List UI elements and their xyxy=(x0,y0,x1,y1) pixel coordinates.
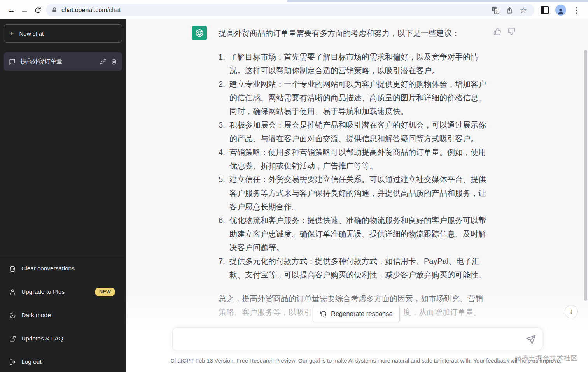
menu-item-label: Clear conversations xyxy=(21,265,75,272)
conversation-title: 提高外贸订单量 xyxy=(20,58,95,66)
sidebar: + New chat 提高外贸订单量 xyxy=(0,19,126,372)
main-scrollbar-thumb[interactable] xyxy=(584,50,587,301)
message-list: 了解目标市场：首先需要了解目标市场的需求和偏好，以及竞争对手的情况。这样可以帮助… xyxy=(219,50,488,282)
regenerate-response-button[interactable]: Regenerate response xyxy=(313,305,400,322)
send-icon[interactable] xyxy=(526,335,536,345)
url-text: chat.openai.com/chat xyxy=(61,7,121,14)
conversation-item[interactable]: 提高外贸订单量 xyxy=(4,52,122,71)
reload-icon[interactable] xyxy=(31,4,44,17)
browser-chrome: ← → chat.openai.com/chat G 文 xyxy=(0,0,588,19)
version-link[interactable]: ChatGPT Feb 13 Version xyxy=(170,358,233,364)
tab-strip xyxy=(0,0,588,2)
list-item: 建立信任：外贸交易需要建立信任关系。可以通过建立社交媒体平台、提供客户服务等方式… xyxy=(219,173,488,214)
svg-text:文: 文 xyxy=(495,10,499,14)
sidebar-item-log-out[interactable]: Log out xyxy=(4,353,121,371)
watermark: @稀土掘金技术社区 xyxy=(514,354,578,363)
forward-icon[interactable]: → xyxy=(18,4,31,17)
new-chat-button[interactable]: + New chat xyxy=(4,24,122,43)
share-icon[interactable] xyxy=(504,5,515,16)
browser-menu-icon[interactable]: ⋮ xyxy=(570,4,583,17)
external-link-icon xyxy=(9,335,16,342)
list-item: 建立专业网站：一个专业的网站可以为客户提供更好的购物体验，增加客户的信任感。网站… xyxy=(219,77,488,118)
conclusion-left-segment: 策略、客户服务等，以吸引 xyxy=(219,308,312,316)
menu-item-label: Dark mode xyxy=(21,312,51,319)
browser-profile-avatar[interactable] xyxy=(555,5,566,16)
sidebar-item-updates-faq[interactable]: Updates & FAQ xyxy=(4,329,121,348)
url-path: /chat xyxy=(107,7,121,13)
regenerate-icon xyxy=(320,311,327,317)
openai-logo-icon xyxy=(194,27,205,39)
menu-item-label: Upgrade to Plus xyxy=(21,288,65,295)
menu-item-label: Updates & FAQ xyxy=(21,335,63,342)
chat-bubble-icon xyxy=(9,58,16,65)
sidebar-item-clear-conversations[interactable]: Clear conversations xyxy=(4,259,121,278)
sidebar-footer-menu: Clear conversations Upgrade to Plus NEW … xyxy=(0,256,124,372)
menu-item-label: Log out xyxy=(21,358,42,365)
new-badge: NEW xyxy=(95,288,115,296)
moon-icon xyxy=(9,312,16,319)
list-item: 积极参加展会：展会是推销产品和吸引潜在客户的好机会，可以通过展示你的产品、与潜在… xyxy=(219,118,488,146)
message-vote-buttons xyxy=(494,28,515,35)
back-icon[interactable]: ← xyxy=(5,4,18,17)
lock-icon xyxy=(51,7,58,13)
logout-icon xyxy=(9,359,16,365)
arrow-down-icon: ↓ xyxy=(570,308,573,316)
list-item: 了解目标市场：首先需要了解目标市场的需求和偏好，以及竞争对手的情况。这样可以帮助… xyxy=(219,50,488,77)
assistant-message: 提高外贸商品的订单量需要有多方面的考虑和努力，以下是一些建议： 了解目标市场：首… xyxy=(219,26,488,319)
address-bar[interactable]: chat.openai.com/chat G 文 ☆ xyxy=(46,4,534,16)
footer-text: . Free Research Preview. Our goal is to … xyxy=(233,358,562,364)
chatgpt-avatar xyxy=(192,26,207,40)
thumbs-down-icon[interactable] xyxy=(508,28,515,35)
conclusion-right-segment: 度，从而增加订单量。 xyxy=(403,305,481,319)
browser-toolbar: ← → chat.openai.com/chat G 文 xyxy=(0,2,588,18)
chat-input[interactable] xyxy=(173,328,542,351)
plus-icon: + xyxy=(10,30,14,37)
message-intro: 提高外贸商品的订单量需要有多方面的考虑和努力，以下是一些建议： xyxy=(219,26,488,40)
scroll-to-bottom-button[interactable]: ↓ xyxy=(565,305,578,318)
new-chat-label: New chat xyxy=(19,30,44,37)
edit-conversation-icon[interactable] xyxy=(100,58,106,65)
url-host: chat.openai.com xyxy=(61,7,107,13)
message-conclusion-line1: 总之，提高外贸商品的订单量需要综合考虑多方面的因素，如市场研究、营销 xyxy=(219,292,488,305)
delete-conversation-icon[interactable] xyxy=(111,58,117,65)
bookmark-star-icon[interactable]: ☆ xyxy=(518,5,529,16)
list-item: 营销策略：使用多种营销策略可以帮助提高外贸商品的订单量。例如，使用优惠券、折扣或… xyxy=(219,146,488,173)
chat-main: 提高外贸商品的订单量需要有多方面的考虑和努力，以下是一些建议： 了解目标市场：首… xyxy=(126,19,588,372)
list-item: 提供多元化的付款方式：提供多种付款方式，如信用卡、PayPal、电子汇款、支付宝… xyxy=(219,254,488,282)
regenerate-label: Regenerate response xyxy=(331,310,393,318)
thumbs-up-icon[interactable] xyxy=(494,28,501,35)
sidebar-item-dark-mode[interactable]: Dark mode xyxy=(4,306,121,325)
active-tab-top xyxy=(0,0,287,2)
translate-icon[interactable]: G 文 xyxy=(490,5,501,16)
profile-person-icon xyxy=(556,7,565,16)
trash-icon xyxy=(9,265,16,272)
person-icon xyxy=(9,289,16,295)
list-item: 优化物流和客户服务：提供快速、准确的物流服务和良好的客户服务可以帮助建立客户忠诚… xyxy=(219,214,488,254)
side-panel-icon[interactable] xyxy=(538,4,551,17)
message-composer xyxy=(172,327,542,351)
sidebar-item-upgrade-to-plus[interactable]: Upgrade to Plus NEW xyxy=(4,283,121,301)
